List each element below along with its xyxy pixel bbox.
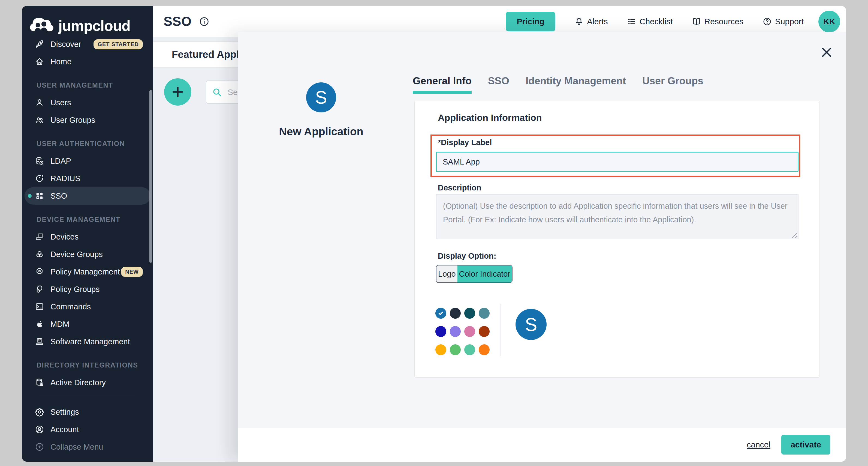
sidebar-item-icon [35,57,44,66]
close-icon[interactable] [819,45,834,60]
plus-icon [170,85,185,99]
sidebar: jumpcloud [22,6,153,462]
sidebar-item-icon [35,232,44,241]
jumpcloud-wordmark: jumpcloud [58,17,130,34]
sidebar-section-label: USER MANAGEMENT [36,81,113,89]
display-label-input[interactable] [436,152,799,172]
modal-tab[interactable]: General Info [413,75,472,94]
description-textarea[interactable] [436,194,799,239]
top-nav-label: Checklist [640,17,673,26]
color-swatch[interactable] [435,344,446,355]
sidebar-scrollbar-thumb[interactable] [149,90,152,263]
sidebar-item-label: Software Management [51,337,130,346]
sidebar-item-label: Collapse Menu [51,442,103,452]
top-nav-label: Alerts [587,17,608,26]
top-nav-link[interactable]: Resources [692,17,743,26]
color-swatch[interactable] [435,308,446,319]
cancel-link[interactable]: cancel [747,440,770,449]
sidebar-item[interactable]: MDM [25,315,151,333]
sidebar-item[interactable]: Commands [25,298,151,315]
sidebar-section-header[interactable]: DIRECTORY INTEGRATIONS [22,356,153,374]
color-preview-circle: S [516,309,547,340]
sidebar-item[interactable]: RADIUS [25,170,151,187]
sidebar-section-label: USER AUTHENTICATION [36,140,125,148]
sidebar-item-icon [35,337,44,346]
modal-tab[interactable]: Identity Management [526,75,626,94]
add-application-button[interactable] [164,78,191,106]
top-nav-icon [763,17,772,26]
top-nav-icon [692,17,701,26]
sidebar-section-header[interactable]: USER MANAGEMENT [22,77,153,94]
sidebar-item[interactable]: SSO [25,187,151,205]
sidebar-item[interactable]: Active Directory [25,374,151,391]
description-label: Description [438,183,482,192]
sidebar-item-label: Users [51,98,71,107]
top-nav-icon [627,17,636,26]
sidebar-item-label: Devices [51,232,79,241]
sidebar-item-icon [35,115,44,125]
modal-tabs: General Info SSO Identity Management Use… [413,75,703,94]
color-swatch[interactable] [464,344,475,355]
modal-footer: cancel activate [238,428,846,462]
check-icon [438,310,444,317]
color-swatch[interactable] [450,308,461,319]
sidebar-item-icon [35,425,44,434]
color-swatch[interactable] [464,308,475,319]
sidebar-item-label: SSO [51,192,67,201]
color-swatch[interactable] [450,344,461,355]
active-indicator-dot [28,194,32,198]
main-area: SSO Pricing Alerts [153,6,846,462]
modal-title: New Application [250,125,392,138]
chevron-down-icon [28,141,34,147]
sidebar-item[interactable]: Settings [25,403,151,421]
sidebar-item[interactable]: User Groups [25,111,151,129]
top-nav-icon [575,17,584,26]
sidebar-section-label: DEVICE MANAGEMENT [36,215,120,224]
sidebar-item[interactable]: Collapse Menu [25,438,151,456]
sidebar-item-label: Home [51,57,71,66]
color-swatch[interactable] [464,326,475,337]
sidebar-item[interactable]: Software Management [25,333,151,350]
color-swatch[interactable] [435,326,446,337]
color-swatch[interactable] [450,326,461,337]
modal-tab[interactable]: User Groups [642,75,703,94]
display-option-segment[interactable]: Color Indicator [458,265,512,282]
sidebar-item-icon [35,98,44,107]
sidebar-section: USER MANAGEMENT Users [22,77,153,129]
sidebar-item[interactable]: Device Groups [25,245,151,263]
color-swatch[interactable] [479,344,490,355]
pricing-button[interactable]: Pricing [506,12,555,31]
top-nav-link[interactable]: Alerts [575,17,608,26]
sidebar-item[interactable]: Discover GET STARTED [25,35,151,53]
sidebar-item-label: Active Directory [51,378,106,387]
info-icon[interactable] [199,16,210,27]
jumpcloud-logo: jumpcloud [22,6,153,34]
sidebar-item[interactable]: Users [25,94,151,111]
top-nav-link[interactable]: Support [763,17,804,26]
display-option-segment[interactable]: Logo [436,265,458,282]
activate-button[interactable]: activate [781,435,830,455]
sidebar-item[interactable]: Home [25,53,151,70]
sidebar-item[interactable]: Policy Groups [25,281,151,298]
sidebar-section-header[interactable]: USER AUTHENTICATION [22,135,153,152]
sidebar-item[interactable]: Policy Management NEW [25,263,151,281]
sidebar-item-label: Settings [51,408,79,417]
sidebar-item[interactable]: LDAP [25,152,151,170]
top-nav-link[interactable]: Checklist [627,17,673,26]
color-swatch[interactable] [479,326,490,337]
sidebar-item-icon [35,156,44,166]
sidebar-item-icon [35,174,44,183]
sidebar-item-icon [35,285,44,294]
sidebar-section: USER AUTHENTICATION LDAP [22,135,153,205]
sidebar-section-header[interactable]: DEVICE MANAGEMENT [22,211,153,228]
modal-tab[interactable]: SSO [488,75,509,94]
sidebar-item-label: MDM [51,320,69,329]
avatar[interactable]: KK [818,11,840,32]
sidebar-section: Settings Account [39,397,135,456]
chevron-down-icon [28,82,34,88]
sidebar-item[interactable]: Devices [25,228,151,245]
display-label-label: *Display Label [438,138,492,147]
color-swatch[interactable] [479,308,490,319]
sidebar-item-icon [35,319,44,329]
sidebar-item[interactable]: Account [25,421,151,438]
